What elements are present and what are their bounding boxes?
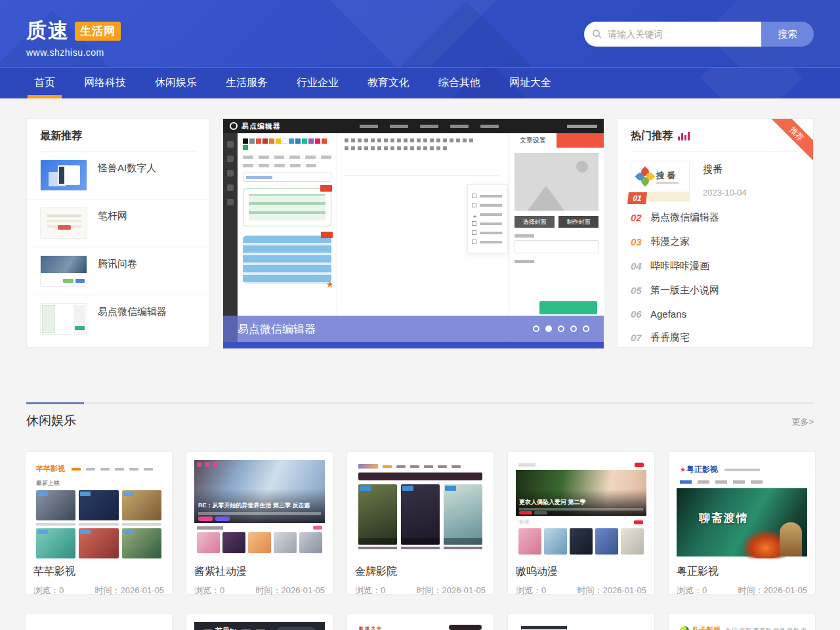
hot-item-featured[interactable]: 搜番 01 搜番 2023-10-04 — [618, 152, 813, 205]
editor-blue-template: ★ — [243, 236, 331, 284]
hot-item-rank: 05 — [631, 285, 650, 296]
nav-item-tech[interactable]: 网络科技 — [70, 68, 140, 98]
hot-tag — [320, 185, 332, 192]
views-count: 浏览：0 — [677, 585, 707, 597]
latest-item-label: 腾讯问卷 — [98, 258, 137, 270]
editor-floating-menu: ＋ — [467, 184, 508, 253]
site-card-jinpai[interactable]: 金牌影院 浏览：0 时间：2026-01-05 — [346, 452, 494, 595]
time-stamp: 时间：2026-01-05 — [95, 585, 165, 597]
hot-item[interactable]: 07 香香腐宅 — [618, 326, 813, 348]
thumb-logo-text: 瓜子影视 — [692, 625, 721, 630]
site-logo[interactable]: 质速 生活网 www.shzhisu.com — [26, 17, 121, 58]
search-bar: 搜索 — [584, 22, 814, 47]
search-box — [584, 22, 761, 47]
carousel-dot-active[interactable] — [545, 326, 552, 332]
views-count: 浏览：0 — [516, 585, 546, 597]
search-input[interactable] — [608, 29, 753, 39]
sun-icon — [576, 161, 588, 173]
hot-item-rank: 06 — [631, 308, 650, 320]
latest-item-thumbnail — [40, 207, 87, 239]
views-count: 浏览：0 — [33, 585, 64, 597]
site-card-qianqian[interactable]: 芊芊影视 最新上映 芊芊影视 浏览：0 时间：2026-01-05 — [25, 452, 173, 595]
site-card-bottom-4[interactable] — [507, 614, 655, 630]
hot-item[interactable]: 06 Agefans — [618, 303, 813, 326]
thumb-logo-text: 芊芊影视 — [36, 464, 65, 474]
editor-logo-text: 易点编辑器 — [242, 121, 281, 131]
star-icon: ★ — [326, 279, 334, 289]
site-card-mangguo[interactable]: 芒果tv — [186, 614, 333, 630]
editor-toolbar-row — [345, 146, 499, 150]
section-divider-accent — [26, 402, 84, 404]
banner-figure-art — [780, 522, 802, 556]
editor-field-label — [514, 260, 534, 263]
main-nav: 首页 网络科技 休闲娱乐 生活服务 行业企业 教育文化 综合其他 网址大全 — [0, 67, 840, 98]
editor-green-button — [539, 301, 597, 314]
editor-settings-tab: 文章设置 — [509, 133, 556, 148]
editor-choose-cover-button: 选择封面 — [514, 216, 555, 228]
search-icon — [592, 29, 602, 39]
site-card-aowu[interactable]: 更衣人偶坠入爱河 第二季 新番 嗷呜动漫 浏览：0 时间：2026-01-05 — [507, 452, 655, 595]
thumb-hero-title: RE：从零开始的异世界生活 第三季 反击篇 — [198, 501, 310, 510]
nav-item-entertainment[interactable]: 休闲娱乐 — [140, 68, 211, 98]
site-card-bottom-3[interactable]: 影视大全 — [346, 614, 494, 630]
hot-item[interactable]: 02 易点微信编辑器 — [618, 205, 813, 230]
site-card-yuezheng[interactable]: 粤正影视 聊斋渡情 粤正影视 浏览：0 时间：2026-01-05 — [668, 452, 816, 595]
nav-item-home[interactable]: 首页 — [20, 68, 70, 98]
site-card-thumbnail — [33, 622, 164, 630]
editor-style-tabs — [243, 156, 331, 159]
hot-item[interactable]: 04 哔咔哔咔漫画 — [618, 254, 813, 278]
site-card-bottom-1[interactable] — [25, 614, 173, 630]
hot-item[interactable]: 03 韩漫之家 — [618, 230, 813, 254]
carousel-dot[interactable] — [583, 326, 589, 332]
thumb-hero-title: 更衣人偶坠入爱河 第二季 — [519, 498, 586, 507]
hot-item-title: Agefans — [650, 308, 686, 320]
logo-badge: 生活网 — [75, 22, 121, 41]
latest-item-thumbnail — [40, 255, 87, 287]
editor-toolbar-row — [345, 138, 499, 142]
page: 质速 生活网 www.shzhisu.com 搜索 首页 网络科技 休闲娱乐 生… — [0, 0, 840, 630]
nav-pattern-shape — [700, 67, 803, 98]
site-card-title: 芊芊影视 — [33, 565, 164, 579]
nav-item-education[interactable]: 教育文化 — [353, 68, 424, 98]
time-stamp: 时间：2026-01-05 — [417, 585, 486, 597]
time-stamp: 时间：2026-01-05 — [256, 585, 326, 597]
more-link[interactable]: 更多> — [791, 416, 814, 428]
hot-item[interactable]: 05 第一版主小说网 — [618, 278, 813, 303]
hot-recommend-panel: 推荐 热门推荐 搜番 01 搜番 — [617, 118, 814, 348]
latest-item-monster-ai[interactable]: 怪兽AI数字人 — [27, 152, 209, 200]
latest-item-tencent-survey[interactable]: 腾讯问卷 — [27, 247, 209, 295]
thumb-logo-text: 芒果tv — [215, 626, 236, 630]
editor-make-cover-button: 制作封面 — [558, 216, 598, 228]
nav-item-misc[interactable]: 综合其他 — [424, 68, 495, 98]
editor-color-palette — [243, 138, 331, 150]
hot-item-rank: 07 — [631, 332, 650, 343]
nav-item-life[interactable]: 生活服务 — [211, 68, 282, 98]
latest-item-yidian-editor[interactable]: 易点微信编辑器 — [27, 295, 209, 343]
carousel-caption-band: 易点微信编辑器 — [223, 316, 604, 342]
nav-item-sites[interactable]: 网址大全 — [495, 68, 566, 98]
logo-url: www.shzhisu.com — [26, 47, 121, 58]
carousel-dot[interactable] — [558, 326, 564, 332]
site-card-thumbnail: 瓜子影视 热门 短剧 国产剧 动漫 电影 海外剧 — [677, 622, 807, 630]
hot-item-title: 第一版主小说网 — [650, 284, 719, 297]
editor-template-search — [243, 173, 331, 182]
hero-carousel-slide[interactable]: 易点编辑器 ★ — [223, 119, 604, 348]
site-card-thumbnail: 芊芊影视 最新上映 — [33, 460, 164, 558]
editor-field-label — [514, 234, 534, 238]
nav-item-industry[interactable]: 行业企业 — [282, 68, 353, 98]
hot-featured-title: 搜番 — [703, 163, 747, 176]
hot-item-rank: 04 — [631, 261, 650, 272]
editor-green-template — [243, 188, 331, 226]
search-button[interactable]: 搜索 — [761, 22, 814, 47]
latest-panel-title: 最新推荐 — [27, 119, 209, 151]
hot-item-title: 易点微信编辑器 — [650, 211, 719, 224]
latest-item-bigan[interactable]: 笔杆网 — [27, 200, 209, 247]
carousel-dot[interactable] — [533, 326, 539, 332]
site-card-jiangzishe[interactable]: RE：从零开始的异世界生活 第三季 反击篇 酱紫社动漫 浏览：0 时间：2026… — [186, 452, 333, 595]
latest-item-label: 笔杆网 — [98, 210, 127, 222]
hot-panel-title: 热门推荐 — [631, 129, 673, 143]
carousel-dot[interactable] — [570, 326, 577, 332]
soufan-logo-text: 搜番 — [656, 170, 677, 182]
site-card-guazi[interactable]: 瓜子影视 热门 短剧 国产剧 动漫 电影 海外剧 — [668, 614, 816, 630]
section-divider — [26, 402, 814, 404]
